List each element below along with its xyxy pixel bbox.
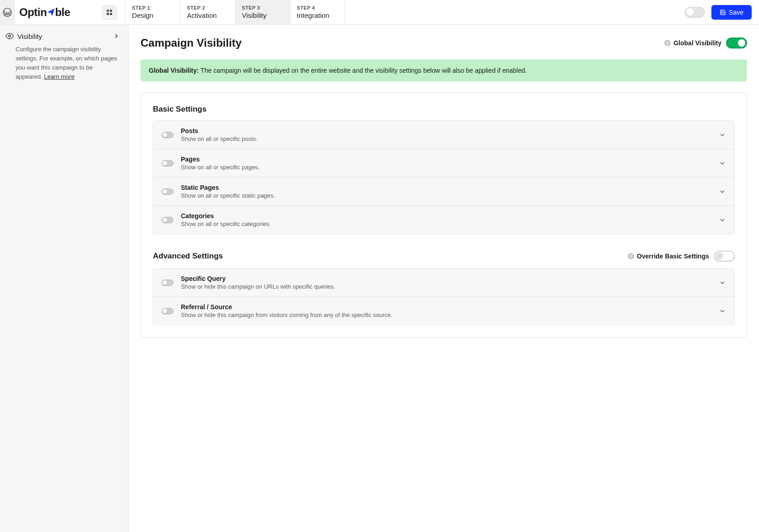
chevron-down-icon[interactable] (719, 216, 726, 224)
categories-toggle[interactable] (162, 217, 173, 223)
setting-name: Static Pages (181, 184, 719, 191)
setting-row-static-pages: Static Pages Show on all or specific sta… (153, 177, 734, 206)
advanced-settings-list: Specific Query Show or hide this campaig… (153, 268, 735, 325)
specific-query-toggle[interactable] (162, 279, 173, 286)
setting-row-pages: Pages Show on all or specific pages. (153, 149, 734, 177)
notice-text: The campaign will be displayed on the en… (199, 67, 527, 74)
step-label: STEP 3 (242, 5, 283, 11)
setting-text: Categories Show on all or specific categ… (181, 212, 719, 227)
setting-row-specific-query: Specific Query Show or hide this campaig… (153, 269, 734, 297)
step-name: Integration (297, 11, 338, 19)
advanced-settings-title: Advanced Settings (153, 252, 628, 261)
setting-name: Specific Query (181, 275, 719, 282)
advanced-settings-header: Advanced Settings i Override Basic Setti… (153, 251, 735, 262)
setting-desc: Show or hide this campaign on URLs with … (181, 283, 719, 290)
main-content: Campaign Visibility i Global Visibility … (129, 25, 759, 532)
setting-row-posts: Posts Show on all or specific posts. (153, 121, 734, 149)
sidebar-title: Visibility (17, 32, 113, 40)
save-label: Save (729, 9, 743, 16)
svg-point-5 (9, 35, 11, 38)
logo: Optin ble (19, 6, 70, 19)
setting-text: Pages Show on all or specific pages. (181, 156, 719, 171)
setting-row-categories: Categories Show on all or specific categ… (153, 206, 734, 234)
setting-name: Referral / Source (181, 303, 719, 311)
sidebar-item-visibility[interactable]: Visibility (0, 25, 128, 45)
step-name: Activation (187, 11, 228, 19)
sidebar-description: Configure the campaign visibility settin… (0, 45, 128, 90)
basic-settings-list: Posts Show on all or specific posts. Pag… (153, 120, 735, 234)
notice-banner: Global Visibility: The campaign will be … (141, 59, 747, 81)
referral-toggle[interactable] (162, 308, 173, 314)
step-label: STEP 2 (187, 5, 228, 11)
notice-bold: Global Visibility: (149, 67, 199, 74)
wordpress-icon[interactable] (0, 0, 15, 24)
learn-more-link[interactable]: Learn more (44, 73, 74, 80)
setting-name: Pages (181, 156, 719, 163)
step-activation[interactable]: STEP 2 Activation (180, 0, 235, 24)
setting-desc: Show on all or specific posts. (181, 135, 719, 142)
setting-row-referral: Referral / Source Show or hide this camp… (153, 297, 734, 325)
svg-rect-3 (107, 13, 109, 15)
setting-desc: Show on all or specific pages. (181, 164, 719, 171)
step-name: Design (132, 11, 173, 19)
setting-text: Specific Query Show or hide this campaig… (181, 275, 719, 290)
save-button[interactable]: Save (711, 5, 752, 20)
chevron-down-icon[interactable] (719, 188, 726, 195)
step-name: Visibility (242, 11, 283, 19)
grid-button[interactable] (102, 5, 117, 20)
save-icon (720, 9, 726, 16)
steps-nav: STEP 1 Design STEP 2 Activation STEP 3 V… (125, 0, 345, 24)
main-header: Campaign Visibility i Global Visibility (141, 37, 747, 49)
step-design[interactable]: STEP 1 Design (125, 0, 180, 24)
setting-desc: Show or hide this campaign from visitors… (181, 312, 719, 318)
posts-toggle[interactable] (162, 132, 173, 138)
setting-name: Categories (181, 212, 719, 220)
settings-panel: Basic Settings Posts Show on all or spec… (141, 92, 747, 338)
chevron-down-icon[interactable] (719, 160, 726, 167)
step-label: STEP 1 (132, 5, 173, 11)
header-actions: Save (685, 0, 759, 24)
override-toggle[interactable] (714, 251, 735, 262)
step-visibility[interactable]: STEP 3 Visibility (235, 0, 290, 24)
setting-text: Posts Show on all or specific posts. (181, 127, 719, 142)
header: Optin ble STEP 1 Design STEP 2 Activatio… (0, 0, 759, 25)
chevron-down-icon[interactable] (719, 307, 726, 315)
logo-cell: Optin ble (15, 0, 125, 24)
setting-desc: Show on all or specific categories. (181, 220, 719, 227)
sidebar: Visibility Configure the campaign visibi… (0, 25, 129, 532)
setting-text: Referral / Source Show or hide this camp… (181, 303, 719, 318)
pages-toggle[interactable] (162, 160, 173, 167)
basic-settings-title: Basic Settings (153, 105, 735, 114)
svg-rect-1 (107, 10, 109, 12)
page-title: Campaign Visibility (141, 37, 664, 49)
setting-text: Static Pages Show on all or specific sta… (181, 184, 719, 199)
svg-rect-2 (110, 10, 112, 12)
static-pages-toggle[interactable] (162, 188, 173, 195)
info-icon[interactable]: i (664, 40, 671, 46)
global-visibility-label: Global Visibility (673, 39, 721, 47)
override-label: Override Basic Settings (637, 253, 709, 260)
chevron-down-icon[interactable] (719, 131, 726, 139)
header-toggle[interactable] (685, 7, 705, 18)
chevron-down-icon[interactable] (719, 279, 726, 286)
setting-desc: Show on all or specific static pages. (181, 192, 719, 199)
eye-icon (5, 32, 14, 40)
step-label: STEP 4 (297, 5, 338, 11)
chevron-right-icon (113, 32, 120, 40)
setting-name: Posts (181, 127, 719, 134)
info-icon[interactable]: i (628, 253, 634, 259)
svg-rect-4 (110, 13, 112, 15)
global-visibility-toggle[interactable] (726, 38, 747, 48)
step-integration[interactable]: STEP 4 Integration (290, 0, 345, 24)
